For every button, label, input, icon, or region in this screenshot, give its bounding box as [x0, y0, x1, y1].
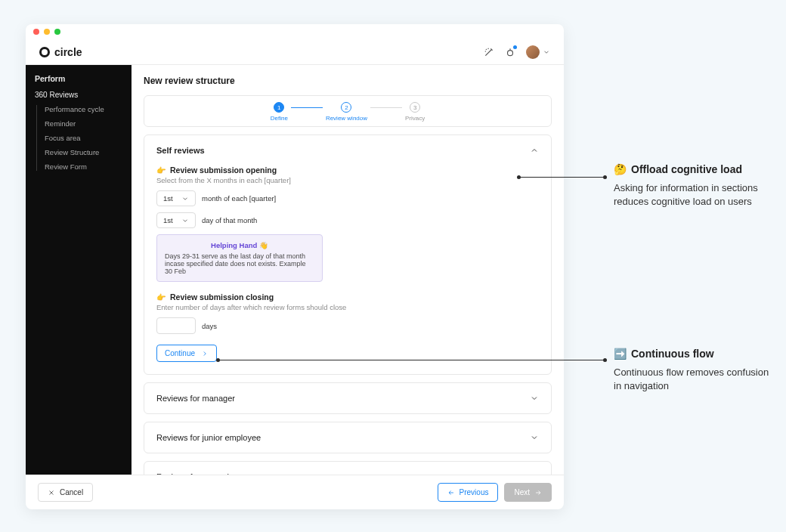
step-label: Review window: [326, 115, 367, 122]
avatar: [526, 45, 540, 59]
step-number: 1: [274, 102, 284, 113]
opening-title: Review submission opening: [170, 165, 277, 175]
logo-ring-icon: [39, 47, 50, 57]
next-label: Next: [514, 488, 530, 496]
step-review-window[interactable]: 2 Review window: [326, 102, 367, 122]
self-reviews-body: 👉 Review submission opening Select from …: [144, 165, 551, 374]
sidebar-subitems: Performance cycle Reminder Focus area Re…: [36, 105, 132, 171]
svg-point-0: [508, 50, 513, 55]
previous-label: Previous: [460, 488, 489, 496]
sidebar: Perform 360 Reviews Performance cycle Re…: [26, 65, 132, 475]
pointer-icon: 👉: [156, 166, 166, 175]
reviews-junior-card[interactable]: Reviews for junior employee: [144, 422, 552, 453]
magic-wand-icon[interactable]: [484, 47, 494, 57]
cancel-label: Cancel: [60, 488, 83, 496]
annotation-cognitive-load: 🤔 Offload cognitive load Asking for info…: [614, 163, 772, 209]
helping-hand-box: Helping Hand 👋 Days 29-31 serve as the l…: [156, 234, 323, 282]
brand-logo[interactable]: circle: [39, 46, 82, 58]
chevron-right-icon: [201, 350, 209, 357]
app-window: circle Perform 360 Reviews Performance c…: [26, 24, 564, 509]
reviews-coworker-card[interactable]: Reviews for co-worker: [144, 461, 552, 475]
sidebar-item-focus-area[interactable]: Focus area: [45, 134, 132, 142]
annotation-line: [519, 177, 604, 178]
stepper-card: 1 Define 2 Review window 3 Privacy: [144, 95, 552, 127]
reviews-manager-card[interactable]: Reviews for manager: [144, 382, 552, 414]
sidebar-item-review-structure[interactable]: Review Structure: [45, 148, 132, 156]
app-header: circle: [26, 39, 564, 65]
opening-subtitle: Select from the X months in each [quarte…: [156, 176, 539, 184]
titlebar: [26, 24, 564, 39]
step-label: Define: [271, 115, 288, 122]
main-content: New review structure 1 Define 2 Review w…: [132, 65, 564, 475]
self-reviews-title: Self reviews: [156, 146, 205, 155]
annotation-title: Continuous flow: [631, 348, 714, 360]
arrow-right-icon: [534, 489, 542, 496]
annotation-dot: [603, 175, 607, 179]
app-body: Perform 360 Reviews Performance cycle Re…: [26, 65, 564, 475]
annotation-dot: [603, 358, 607, 362]
header-actions: [484, 45, 550, 59]
chevron-down-icon: [181, 195, 189, 203]
sidebar-item-review-form[interactable]: Review Form: [45, 162, 132, 171]
step-connector: [291, 107, 323, 108]
window-maximize-icon[interactable]: [54, 29, 60, 35]
annotation-line: [218, 360, 604, 360]
helping-hand-title: Helping Hand 👋: [165, 241, 314, 249]
day-value: 1st: [163, 216, 173, 224]
cancel-button[interactable]: Cancel: [38, 483, 93, 502]
collapsed-title: Reviews for co-worker: [156, 472, 239, 475]
month-value: 1st: [163, 194, 173, 203]
sidebar-item-performance-cycle[interactable]: Performance cycle: [45, 105, 132, 113]
sidebar-title: Perform: [35, 74, 132, 83]
step-label: Privacy: [405, 115, 425, 122]
step-connector: [370, 107, 402, 108]
window-minimize-icon[interactable]: [44, 29, 50, 35]
closing-block: 👉 Review submission closing Enter number…: [156, 292, 539, 334]
brand-name: circle: [54, 46, 82, 58]
step-number: 2: [341, 102, 351, 113]
chevron-down-icon: [530, 472, 539, 475]
closing-title: Review submission closing: [170, 292, 274, 302]
window-close-icon[interactable]: [33, 29, 39, 35]
collapsed-title: Reviews for manager: [156, 394, 235, 403]
chevron-down-icon: [543, 48, 550, 56]
annotation-body: Asking for information in sections reduc…: [614, 181, 772, 209]
days-label: days: [202, 322, 217, 330]
annotation-title: Offload cognitive load: [631, 163, 742, 175]
self-reviews-header[interactable]: Self reviews: [144, 135, 551, 165]
footer: Cancel Previous Next: [26, 475, 564, 509]
annotation-emoji: 🤔: [614, 163, 627, 175]
arrow-left-icon: [447, 489, 455, 496]
notification-icon[interactable]: [505, 47, 515, 57]
month-select[interactable]: 1st: [156, 190, 196, 206]
chevron-up-icon: [530, 146, 539, 155]
continue-label: Continue: [165, 349, 195, 357]
annotation-continuous-flow: ➡️ Continuous flow Continuous flow remov…: [614, 348, 772, 393]
step-privacy[interactable]: 3 Privacy: [405, 102, 425, 122]
page-title: New review structure: [144, 76, 552, 86]
closing-subtitle: Enter number of days after which review …: [156, 303, 539, 311]
sidebar-section[interactable]: 360 Reviews: [35, 91, 132, 99]
day-select[interactable]: 1st: [156, 212, 196, 228]
days-input[interactable]: [156, 317, 196, 334]
next-button[interactable]: Next: [504, 483, 552, 502]
month-label: month of each [quarter]: [202, 194, 276, 203]
close-icon: [48, 489, 55, 496]
previous-button[interactable]: Previous: [438, 483, 499, 502]
annotation-body: Continuous flow removes confusion in nav…: [614, 366, 772, 393]
helping-hand-body: Days 29-31 serve as the last day of that…: [165, 252, 314, 275]
sidebar-item-reminder[interactable]: Reminder: [45, 119, 132, 128]
stepper: 1 Define 2 Review window 3 Privacy: [271, 102, 425, 122]
step-define[interactable]: 1 Define: [271, 102, 288, 122]
day-label: day of that month: [202, 216, 257, 224]
annotation-emoji: ➡️: [614, 348, 627, 360]
chevron-down-icon: [530, 394, 539, 403]
self-reviews-card: Self reviews 👉 Review submission opening…: [144, 135, 552, 375]
chevron-down-icon: [530, 433, 539, 442]
user-menu[interactable]: [526, 45, 550, 59]
pointer-icon: 👉: [156, 293, 166, 302]
collapsed-title: Reviews for junior employee: [156, 433, 261, 442]
continue-button[interactable]: Continue: [156, 345, 217, 362]
chevron-down-icon: [181, 217, 189, 224]
step-number: 3: [410, 102, 420, 113]
